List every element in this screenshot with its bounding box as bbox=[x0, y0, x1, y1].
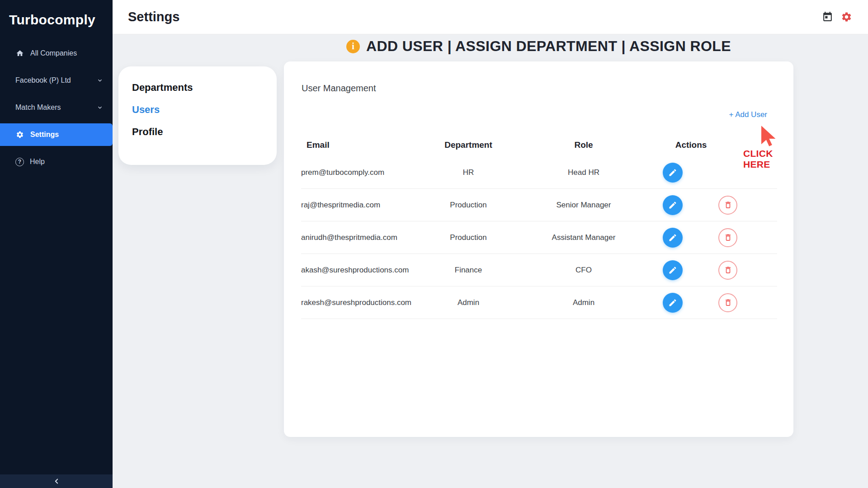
sidebar-item-all-companies[interactable]: All Companies bbox=[0, 40, 113, 67]
sidebar-item-facebook-p-ltd[interactable]: Facebook (P) Ltd bbox=[0, 67, 113, 94]
sidebar-item-label: Help bbox=[30, 158, 45, 166]
gear-icon bbox=[15, 130, 24, 139]
delete-user-button[interactable] bbox=[718, 196, 737, 215]
table-row: anirudh@thespritmedia.com Production Ass… bbox=[301, 221, 777, 254]
user-email: raj@thespritmedia.com bbox=[301, 201, 405, 210]
sidebar-nav: All Companies Facebook (P) Ltd Match Mak… bbox=[0, 40, 113, 175]
info-icon: i bbox=[346, 40, 360, 53]
column-header-department: Department bbox=[405, 140, 532, 150]
edit-user-button[interactable] bbox=[663, 260, 683, 280]
row-actions bbox=[636, 260, 777, 280]
sidebar-item-label: All Companies bbox=[30, 49, 77, 57]
brand-logo: Turbocomply bbox=[0, 0, 113, 40]
tab-profile[interactable]: Profile bbox=[132, 126, 163, 138]
user-table: Email Department Role Actions prem@turbo… bbox=[301, 134, 777, 319]
edit-user-button[interactable] bbox=[663, 293, 683, 313]
page-title: Settings bbox=[128, 9, 179, 24]
pencil-icon bbox=[668, 201, 677, 210]
chevron-down-icon bbox=[96, 104, 104, 111]
user-email: rakesh@sureshproductions.com bbox=[301, 298, 405, 307]
chevron-down-icon bbox=[96, 77, 104, 84]
add-user-button[interactable]: + Add User bbox=[729, 110, 767, 119]
row-actions bbox=[636, 228, 777, 248]
user-management-card: User Management + Add User CLICK HERE Em… bbox=[284, 61, 793, 437]
user-table-body: prem@turbocomply.com HR Head HR raj@thes… bbox=[301, 156, 777, 319]
user-email: akash@sureshproductions.com bbox=[301, 266, 405, 275]
row-actions bbox=[636, 195, 777, 215]
collapse-sidebar-button[interactable] bbox=[0, 474, 113, 488]
sidebar-item-help[interactable]: ? Help bbox=[0, 148, 113, 175]
user-role: CFO bbox=[532, 266, 636, 275]
user-email: anirudh@thespritmedia.com bbox=[301, 233, 405, 242]
topbar: Settings bbox=[113, 0, 868, 34]
user-role: Head HR bbox=[532, 168, 636, 177]
delete-user-button[interactable] bbox=[718, 293, 737, 312]
sidebar: Turbocomply All Companies Facebook (P) L… bbox=[0, 0, 113, 488]
sidebar-item-label: Facebook (P) Ltd bbox=[15, 76, 71, 84]
table-row: raj@thespritmedia.com Production Senior … bbox=[301, 189, 777, 221]
user-role: Assistant Manager bbox=[532, 233, 636, 242]
trash-icon bbox=[724, 266, 732, 274]
trash-icon bbox=[724, 298, 732, 307]
calendar-icon[interactable] bbox=[821, 11, 834, 23]
user-table-header: Email Department Role Actions bbox=[301, 134, 777, 156]
card-title: User Management bbox=[302, 83, 376, 94]
user-department: Production bbox=[405, 233, 532, 242]
user-department: Admin bbox=[405, 298, 532, 307]
topbar-icons bbox=[821, 11, 853, 23]
row-actions bbox=[636, 293, 777, 313]
edit-user-button[interactable] bbox=[663, 195, 683, 215]
pencil-icon bbox=[668, 168, 677, 177]
column-header-actions: Actions bbox=[620, 140, 762, 150]
row-actions bbox=[636, 163, 777, 183]
pencil-icon bbox=[668, 266, 677, 275]
tab-departments[interactable]: Departments bbox=[132, 82, 193, 94]
sidebar-item-match-makers[interactable]: Match Makers bbox=[0, 94, 113, 121]
pencil-icon bbox=[668, 233, 677, 242]
user-email: prem@turbocomply.com bbox=[301, 168, 405, 177]
sidebar-item-label: Settings bbox=[30, 131, 59, 139]
screen: Turbocomply All Companies Facebook (P) L… bbox=[0, 0, 868, 488]
delete-user-button[interactable] bbox=[718, 261, 737, 280]
chevron-left-icon bbox=[52, 477, 61, 485]
home-icon bbox=[15, 49, 24, 58]
help-icon: ? bbox=[15, 158, 24, 166]
settings-nav-card: Departments Users Profile bbox=[118, 66, 277, 165]
delete-user-button[interactable] bbox=[718, 228, 737, 247]
instruction-banner: i ADD USER | ASSIGN DEPARTMENT | ASSIGN … bbox=[284, 38, 793, 55]
edit-user-button[interactable] bbox=[663, 163, 683, 183]
user-role: Senior Manager bbox=[532, 201, 636, 210]
pencil-icon bbox=[668, 298, 677, 307]
banner-text: ADD USER | ASSIGN DEPARTMENT | ASSIGN RO… bbox=[366, 38, 731, 55]
trash-icon bbox=[724, 233, 732, 242]
trash-icon bbox=[724, 201, 732, 209]
user-department: Finance bbox=[405, 266, 532, 275]
column-header-email: Email bbox=[301, 140, 405, 150]
table-row: akash@sureshproductions.com Finance CFO bbox=[301, 254, 777, 286]
user-department: Production bbox=[405, 201, 532, 210]
sidebar-item-label: Match Makers bbox=[15, 103, 61, 112]
gear-icon[interactable] bbox=[840, 11, 853, 23]
user-role: Admin bbox=[532, 298, 636, 307]
sidebar-item-settings[interactable]: Settings bbox=[0, 123, 113, 146]
table-row: prem@turbocomply.com HR Head HR bbox=[301, 156, 777, 189]
table-row: rakesh@sureshproductions.com Admin Admin bbox=[301, 286, 777, 319]
tab-users[interactable]: Users bbox=[132, 104, 160, 116]
user-department: HR bbox=[405, 168, 532, 177]
edit-user-button[interactable] bbox=[663, 228, 683, 248]
